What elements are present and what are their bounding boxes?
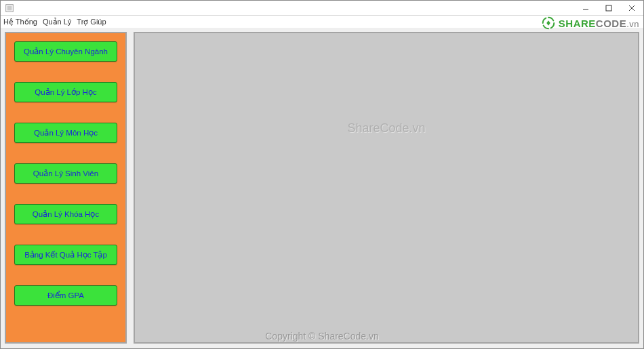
btn-quan-ly-khoa-hoc[interactable]: Quản Lý Khóa Học (14, 204, 117, 224)
menubar: Hệ Thống Quản Lý Trợ Giúp (1, 16, 643, 28)
window-controls (574, 1, 643, 15)
svg-rect-3 (606, 5, 611, 11)
titlebar (1, 1, 643, 16)
svg-rect-1 (7, 5, 12, 10)
btn-quan-ly-lop-hoc[interactable]: Quản Lý Lớp Học (14, 82, 117, 102)
btn-quan-ly-sinh-vien[interactable]: Quản Lý Sinh Viên (14, 163, 117, 184)
menu-tro-giup[interactable]: Trợ Giúp (77, 18, 106, 26)
btn-quan-ly-chuyen-nganh[interactable]: Quản Lý Chuyên Ngành (14, 41, 117, 62)
menu-quan-ly[interactable]: Quản Lý (43, 18, 71, 26)
btn-label: Bảng Kết Quả Học Tập (24, 250, 107, 260)
maximize-button[interactable] (597, 1, 620, 16)
btn-quan-ly-mon-hoc[interactable]: Quản Lý Môn Học (14, 123, 117, 143)
watermark-center: ShareCode.vn (347, 121, 425, 136)
content-frame: ShareCode.vn (134, 32, 639, 344)
btn-label: Quản Lý Chuyên Ngành (24, 47, 108, 56)
btn-label: Quản Lý Lớp Học (35, 87, 96, 97)
client-area: Quản Lý Chuyên Ngành Quản Lý Lớp Học Quả… (1, 28, 643, 348)
sidebar-panel: Quản Lý Chuyên Ngành Quản Lý Lớp Học Quả… (5, 32, 127, 344)
btn-bang-ket-qua-hoc-tap[interactable]: Bảng Kết Quả Học Tập (14, 245, 117, 265)
close-button[interactable] (620, 1, 643, 16)
app-window: Hệ Thống Quản Lý Trợ Giúp Quản Lý Chuyên… (0, 0, 644, 349)
minimize-button[interactable] (574, 1, 597, 16)
app-icon (5, 3, 14, 13)
btn-diem-gpa[interactable]: Điểm GPA (14, 285, 117, 306)
btn-label: Quản Lý Sinh Viên (33, 169, 98, 178)
btn-label: Quản Lý Khóa Học (33, 209, 99, 219)
btn-label: Quản Lý Môn Học (34, 128, 98, 138)
btn-label: Điểm GPA (47, 291, 84, 300)
menu-he-thong[interactable]: Hệ Thống (3, 18, 37, 26)
